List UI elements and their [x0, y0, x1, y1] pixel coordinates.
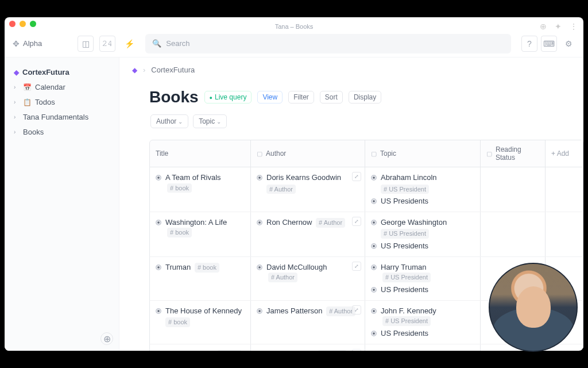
node-bullet-icon[interactable] — [257, 264, 262, 270]
node-bullet-icon[interactable] — [156, 220, 161, 225]
author-tag[interactable]: # Author — [268, 273, 297, 282]
president-tag[interactable]: # US President — [381, 185, 429, 194]
col-title[interactable]: Title — [150, 140, 250, 167]
view-pill[interactable]: View — [257, 91, 283, 103]
settings-icon[interactable]: ⚙ — [560, 36, 577, 52]
node-bullet-icon[interactable] — [371, 243, 377, 249]
node-icon: ◆ — [14, 68, 19, 76]
column-icon: ▢ — [257, 150, 262, 158]
column-icon: ▢ — [486, 150, 492, 158]
book-title[interactable]: The House of Kennedy# book — [165, 306, 242, 327]
node-bullet-icon[interactable] — [371, 287, 377, 293]
calendar-emoji-icon: 📅 — [23, 83, 32, 91]
president-tag[interactable]: # US President — [381, 229, 429, 239]
node-bullet-icon[interactable] — [156, 308, 161, 314]
keyboard-icon[interactable]: ⌨ — [541, 36, 557, 52]
cell-status[interactable] — [481, 212, 546, 256]
book-tag[interactable]: # book — [167, 183, 192, 193]
column-icon: ▢ — [371, 150, 377, 158]
topic-name[interactable]: Theodore Roosevelt# US President — [381, 350, 448, 351]
node-bullet-icon[interactable] — [156, 175, 161, 181]
col-status[interactable]: ▢Reading Status — [481, 140, 546, 167]
breadcrumb-item[interactable]: CortexFutura — [151, 66, 195, 74]
node-bullet-icon[interactable] — [371, 220, 377, 225]
table-row[interactable]: Washington: A Life # bookRon Chernow # A… — [149, 212, 583, 257]
author-name[interactable]: Doris Kearns Goodwin# Author — [266, 172, 341, 194]
node-bullet-icon[interactable] — [257, 220, 262, 225]
book-title[interactable]: River of Doubt # book — [165, 350, 242, 351]
search-input[interactable]: 🔍 Search — [145, 34, 511, 53]
expand-icon[interactable]: ⤢ — [352, 305, 361, 315]
sidebar-item-todos[interactable]: › 📋 Todos — [10, 95, 113, 109]
node-bullet-icon[interactable] — [257, 308, 262, 314]
node-bullet-icon[interactable] — [156, 264, 161, 270]
node-bullet-icon[interactable] — [371, 331, 377, 336]
live-query-pill[interactable]: Live query — [204, 91, 252, 103]
book-tag[interactable]: # book — [165, 317, 190, 327]
president-tag[interactable]: # US President — [382, 273, 431, 282]
more-icon[interactable]: ⋮ — [570, 22, 578, 31]
help-icon[interactable]: ? — [521, 36, 537, 52]
sort-pill[interactable]: Sort — [320, 91, 343, 103]
add-column-button[interactable]: + Add — [546, 140, 583, 167]
topic-name[interactable]: US Presidents — [381, 328, 428, 339]
chevron-right-icon: › — [14, 99, 20, 105]
expand-icon[interactable]: ⤢ — [352, 217, 361, 226]
book-tag[interactable]: # book — [195, 263, 219, 273]
calendar-icon[interactable]: 𝟸𝟺 — [99, 36, 115, 52]
author-tag[interactable]: # Author — [318, 350, 347, 351]
sidebar-item-calendar[interactable]: › 📅 Calendar — [10, 80, 113, 94]
workspace-switcher[interactable]: ✥ Alpha — [9, 37, 45, 51]
window-minimize[interactable] — [20, 21, 26, 27]
node-bullet-icon[interactable] — [371, 175, 377, 181]
extensions-icon[interactable]: ✦ — [555, 22, 562, 31]
author-tag[interactable]: # Author — [266, 185, 296, 194]
topic-name[interactable]: John F. Kennedy # US President — [381, 306, 474, 326]
cell-status[interactable] — [481, 167, 546, 212]
sidebar-root[interactable]: ◆ CortexFutura — [10, 66, 113, 79]
node-bullet-icon[interactable] — [257, 175, 262, 181]
book-tag[interactable]: # book — [167, 228, 192, 237]
topic-name[interactable]: US Presidents — [381, 241, 428, 251]
chevron-right-icon: › — [14, 114, 20, 120]
book-title[interactable]: A Team of Rivals # book — [165, 172, 245, 193]
node-bullet-icon[interactable] — [371, 264, 377, 270]
expand-icon[interactable]: ⤢ — [352, 262, 361, 271]
sidebar-item-books[interactable]: › Books — [10, 125, 113, 139]
topic-name[interactable]: US Presidents — [381, 196, 428, 206]
author-tag[interactable]: # Author — [316, 218, 345, 228]
topic-name[interactable]: Harry Truman # US President — [381, 262, 474, 282]
lightning-icon[interactable]: ⚡ — [121, 36, 137, 52]
col-topic[interactable]: ▢Topic — [365, 140, 481, 167]
book-title[interactable]: Washington: A Life # book — [165, 217, 245, 237]
topic-name[interactable]: George Washington# US President — [381, 217, 447, 239]
group-author[interactable]: Author — [150, 114, 188, 128]
president-tag[interactable]: # US President — [382, 316, 431, 326]
author-name[interactable]: Candice Miller # Author — [266, 350, 347, 351]
topic-name[interactable]: Abraham Lincoln# US President — [381, 172, 437, 194]
author-name[interactable]: James Patterson # Author — [266, 306, 355, 316]
display-pill[interactable]: Display — [349, 91, 381, 103]
home-icon[interactable]: ◆ — [132, 66, 137, 74]
author-name[interactable]: Ron Chernow # Author — [266, 217, 345, 228]
sidebar-toggle-icon[interactable]: ◫ — [78, 36, 94, 52]
node-bullet-icon[interactable] — [371, 308, 377, 314]
book-tag[interactable]: # book — [217, 350, 242, 351]
expand-icon[interactable]: ⤢ — [352, 349, 361, 351]
clipboard-emoji-icon: 📋 — [23, 98, 32, 106]
filter-pill[interactable]: Filter — [288, 91, 314, 103]
author-name[interactable]: David McCullough # Author — [266, 262, 359, 282]
author-tag[interactable]: # Author — [326, 306, 355, 316]
table-row[interactable]: A Team of Rivals # bookDoris Kearns Good… — [149, 167, 583, 212]
window-close[interactable] — [9, 21, 16, 27]
sidebar-item-fundamentals[interactable]: › Tana Fundamentals — [10, 110, 113, 124]
search-icon[interactable]: ⊕ — [540, 22, 547, 31]
group-topic[interactable]: Topic — [193, 114, 227, 128]
topic-name[interactable]: US Presidents — [381, 285, 428, 295]
add-node-button[interactable]: ⊕ — [100, 332, 113, 345]
col-author[interactable]: ▢Author — [250, 140, 365, 167]
book-title[interactable]: Truman # book — [165, 262, 219, 273]
window-zoom[interactable] — [30, 21, 36, 27]
node-bullet-icon[interactable] — [371, 198, 377, 204]
expand-icon[interactable]: ⤢ — [352, 172, 361, 181]
